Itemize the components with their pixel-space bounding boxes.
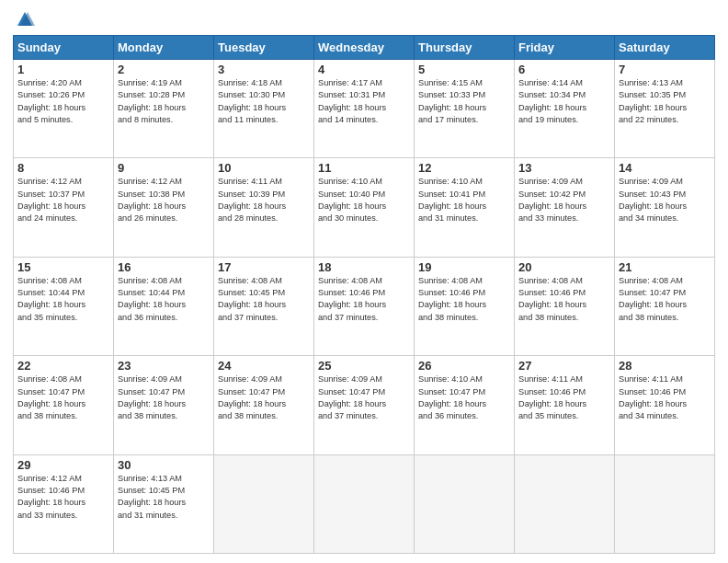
calendar-cell: 15Sunrise: 4:08 AMSunset: 10:44 PMDaylig… [14, 257, 114, 355]
weekday-header-wednesday: Wednesday [314, 36, 415, 60]
calendar-cell: 11Sunrise: 4:10 AMSunset: 10:40 PMDaylig… [314, 158, 415, 257]
day-number: 27 [518, 359, 610, 373]
calendar-cell: 16Sunrise: 4:08 AMSunset: 10:44 PMDaylig… [114, 257, 214, 355]
calendar-cell: 17Sunrise: 4:08 AMSunset: 10:45 PMDaylig… [214, 257, 314, 355]
day-info: Sunrise: 4:10 AMSunset: 10:47 PMDaylight… [418, 373, 510, 422]
calendar-cell [214, 454, 314, 553]
day-number: 6 [518, 63, 610, 76]
day-info: Sunrise: 4:11 AMSunset: 10:39 PMDaylight… [218, 176, 310, 224]
calendar-cell: 20Sunrise: 4:08 AMSunset: 10:46 PMDaylig… [515, 257, 615, 355]
calendar-cell: 28Sunrise: 4:11 AMSunset: 10:46 PMDaylig… [615, 356, 715, 454]
day-number: 21 [619, 260, 711, 274]
calendar-table: SundayMondayTuesdayWednesdayThursdayFrid… [13, 35, 715, 554]
day-number: 17 [218, 260, 310, 274]
page: SundayMondayTuesdayWednesdayThursdayFrid… [0, 0, 728, 563]
day-number: 20 [518, 260, 610, 274]
day-number: 9 [118, 161, 210, 175]
day-info: Sunrise: 4:08 AMSunset: 10:44 PMDaylight… [118, 275, 210, 324]
day-number: 10 [218, 161, 310, 175]
calendar-cell: 5Sunrise: 4:15 AMSunset: 10:33 PMDayligh… [415, 60, 515, 158]
day-info: Sunrise: 4:12 AMSunset: 10:38 PMDaylight… [118, 176, 210, 224]
day-number: 1 [17, 63, 109, 76]
day-info: Sunrise: 4:11 AMSunset: 10:46 PMDaylight… [619, 373, 711, 422]
day-info: Sunrise: 4:08 AMSunset: 10:46 PMDaylight… [518, 275, 610, 324]
day-info: Sunrise: 4:13 AMSunset: 10:35 PMDaylight… [619, 77, 711, 126]
calendar-cell: 19Sunrise: 4:08 AMSunset: 10:46 PMDaylig… [415, 257, 515, 355]
weekday-header-thursday: Thursday [415, 36, 515, 60]
calendar-week-5: 29Sunrise: 4:12 AMSunset: 10:46 PMDaylig… [14, 454, 715, 553]
day-number: 12 [418, 161, 510, 175]
day-number: 5 [418, 63, 510, 76]
day-info: Sunrise: 4:09 AMSunset: 10:42 PMDaylight… [518, 176, 610, 224]
weekday-header-monday: Monday [114, 36, 214, 60]
calendar-cell: 12Sunrise: 4:10 AMSunset: 10:41 PMDaylig… [415, 158, 515, 257]
weekday-header-sunday: Sunday [14, 36, 114, 60]
day-info: Sunrise: 4:08 AMSunset: 10:45 PMDaylight… [218, 275, 310, 324]
day-info: Sunrise: 4:08 AMSunset: 10:46 PMDaylight… [318, 275, 410, 324]
calendar-week-2: 8Sunrise: 4:12 AMSunset: 10:37 PMDayligh… [14, 158, 715, 257]
day-number: 18 [318, 260, 410, 274]
day-info: Sunrise: 4:09 AMSunset: 10:47 PMDaylight… [118, 373, 210, 422]
calendar-cell [314, 454, 415, 553]
day-number: 22 [17, 359, 109, 373]
calendar-cell: 26Sunrise: 4:10 AMSunset: 10:47 PMDaylig… [415, 356, 515, 454]
day-info: Sunrise: 4:09 AMSunset: 10:43 PMDaylight… [619, 176, 711, 224]
day-number: 11 [318, 161, 410, 175]
header [13, 9, 715, 29]
calendar-week-1: 1Sunrise: 4:20 AMSunset: 10:26 PMDayligh… [14, 60, 715, 158]
day-number: 28 [619, 359, 711, 373]
day-number: 8 [17, 161, 109, 175]
calendar-cell: 30Sunrise: 4:13 AMSunset: 10:45 PMDaylig… [114, 454, 214, 553]
day-number: 3 [218, 63, 310, 76]
weekday-header-friday: Friday [515, 36, 615, 60]
day-info: Sunrise: 4:09 AMSunset: 10:47 PMDaylight… [318, 373, 410, 422]
calendar-cell: 23Sunrise: 4:09 AMSunset: 10:47 PMDaylig… [114, 356, 214, 454]
weekday-header-saturday: Saturday [615, 36, 715, 60]
day-number: 23 [118, 359, 210, 373]
calendar-cell: 8Sunrise: 4:12 AMSunset: 10:37 PMDayligh… [14, 158, 114, 257]
day-info: Sunrise: 4:10 AMSunset: 10:41 PMDaylight… [418, 176, 510, 224]
day-info: Sunrise: 4:08 AMSunset: 10:47 PMDaylight… [17, 373, 109, 422]
calendar-cell: 14Sunrise: 4:09 AMSunset: 10:43 PMDaylig… [615, 158, 715, 257]
day-number: 14 [619, 161, 711, 175]
day-number: 25 [318, 359, 410, 373]
calendar-cell: 9Sunrise: 4:12 AMSunset: 10:38 PMDayligh… [114, 158, 214, 257]
day-number: 29 [17, 458, 109, 472]
day-info: Sunrise: 4:11 AMSunset: 10:46 PMDaylight… [518, 373, 610, 422]
day-info: Sunrise: 4:12 AMSunset: 10:37 PMDaylight… [17, 176, 109, 224]
day-number: 13 [518, 161, 610, 175]
calendar-cell [515, 454, 615, 553]
day-info: Sunrise: 4:15 AMSunset: 10:33 PMDaylight… [418, 77, 510, 126]
calendar-cell: 29Sunrise: 4:12 AMSunset: 10:46 PMDaylig… [14, 454, 114, 553]
day-number: 19 [418, 260, 510, 274]
calendar-cell: 6Sunrise: 4:14 AMSunset: 10:34 PMDayligh… [515, 60, 615, 158]
day-info: Sunrise: 4:10 AMSunset: 10:40 PMDaylight… [318, 176, 410, 224]
calendar-cell: 1Sunrise: 4:20 AMSunset: 10:26 PMDayligh… [14, 60, 114, 158]
day-info: Sunrise: 4:08 AMSunset: 10:46 PMDaylight… [418, 275, 510, 324]
calendar-cell: 22Sunrise: 4:08 AMSunset: 10:47 PMDaylig… [14, 356, 114, 454]
day-number: 26 [418, 359, 510, 373]
calendar-cell [615, 454, 715, 553]
day-number: 30 [118, 458, 210, 472]
calendar-cell: 2Sunrise: 4:19 AMSunset: 10:28 PMDayligh… [114, 60, 214, 158]
day-number: 15 [17, 260, 109, 274]
day-number: 16 [118, 260, 210, 274]
day-number: 2 [118, 63, 210, 76]
logo-icon [15, 9, 35, 29]
calendar-cell [415, 454, 515, 553]
calendar-cell: 7Sunrise: 4:13 AMSunset: 10:35 PMDayligh… [615, 60, 715, 158]
calendar-cell: 21Sunrise: 4:08 AMSunset: 10:47 PMDaylig… [615, 257, 715, 355]
day-info: Sunrise: 4:08 AMSunset: 10:44 PMDaylight… [17, 275, 109, 324]
day-info: Sunrise: 4:12 AMSunset: 10:46 PMDaylight… [17, 473, 109, 522]
day-info: Sunrise: 4:13 AMSunset: 10:45 PMDaylight… [118, 473, 210, 522]
weekday-header-tuesday: Tuesday [214, 36, 314, 60]
calendar-cell: 13Sunrise: 4:09 AMSunset: 10:42 PMDaylig… [515, 158, 615, 257]
day-info: Sunrise: 4:08 AMSunset: 10:47 PMDaylight… [619, 275, 711, 324]
day-number: 4 [318, 63, 410, 76]
calendar-cell: 25Sunrise: 4:09 AMSunset: 10:47 PMDaylig… [314, 356, 415, 454]
calendar-week-4: 22Sunrise: 4:08 AMSunset: 10:47 PMDaylig… [14, 356, 715, 454]
calendar-cell: 4Sunrise: 4:17 AMSunset: 10:31 PMDayligh… [314, 60, 415, 158]
calendar-cell: 3Sunrise: 4:18 AMSunset: 10:30 PMDayligh… [214, 60, 314, 158]
day-info: Sunrise: 4:17 AMSunset: 10:31 PMDaylight… [318, 77, 410, 126]
calendar-cell: 18Sunrise: 4:08 AMSunset: 10:46 PMDaylig… [314, 257, 415, 355]
